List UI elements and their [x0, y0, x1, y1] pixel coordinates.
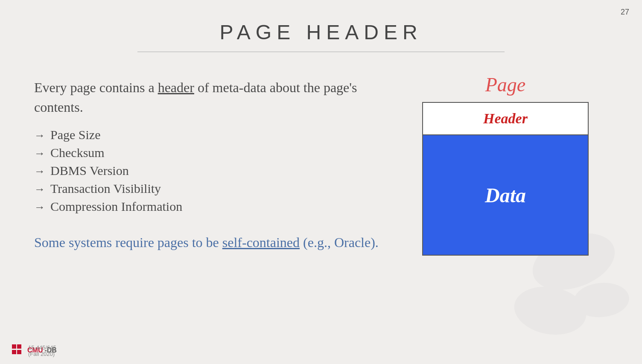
arrow-icon: → — [34, 183, 45, 196]
diagram-data-section: Data — [423, 135, 588, 255]
title-section: PAGE HEADER — [0, 0, 642, 61]
arrow-icon: → — [34, 129, 45, 142]
arrow-icon: → — [34, 201, 45, 214]
bullet-text: DBMS Version — [50, 163, 129, 178]
diagram-data-text: Data — [485, 183, 526, 207]
footer: CMU -DB 15-445/645 (Fall 2020) — [12, 344, 57, 357]
bullet-text: Compression Information — [50, 199, 182, 214]
title-divider — [137, 52, 505, 52]
content-area: Every page contains a header of meta-dat… — [0, 61, 642, 364]
arrow-icon: → — [34, 165, 45, 178]
self-contained-text: Some systems require pages to be self-co… — [34, 233, 386, 252]
diagram-header-text: Header — [483, 111, 528, 126]
page-diagram-label: Page — [485, 73, 526, 96]
list-item: → Checksum — [34, 146, 386, 160]
diagram-header-section: Header — [423, 103, 588, 135]
list-item: → Compression Information — [34, 199, 386, 214]
list-item: → Transaction Visibility — [34, 181, 386, 196]
bullet-text: Page Size — [50, 128, 100, 142]
bullet-text: Checksum — [50, 146, 105, 160]
page-number: 27 — [621, 8, 629, 17]
slide: 27 PAGE HEADER Every page contains a hea… — [0, 0, 642, 364]
list-item: → Page Size — [34, 128, 386, 142]
list-item: → DBMS Version — [34, 163, 386, 178]
right-column: Page Header Data — [403, 69, 608, 355]
arrow-icon: → — [34, 147, 45, 160]
slide-title: PAGE HEADER — [0, 20, 642, 44]
cmu-logo-icon — [12, 344, 26, 356]
bullet-list: → Page Size → Checksum → DBMS Version → … — [34, 128, 386, 217]
bullet-text: Transaction Visibility — [50, 181, 161, 196]
page-diagram: Header Data — [422, 102, 589, 256]
left-column: Every page contains a header of meta-dat… — [34, 69, 386, 355]
intro-text: Every page contains a header of meta-dat… — [34, 78, 386, 117]
footer-course: 15-445/645 (Fall 2020) — [28, 344, 57, 357]
